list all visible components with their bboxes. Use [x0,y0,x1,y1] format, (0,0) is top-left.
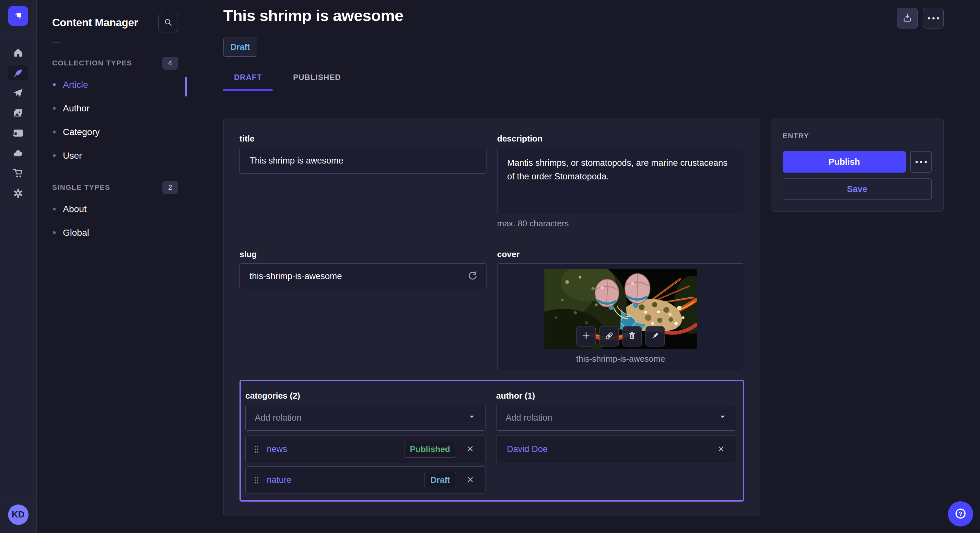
regenerate-slug-button[interactable] [466,270,479,283]
categories-add-relation-combobox[interactable]: Add relation [245,405,485,431]
title-label: title [240,134,487,144]
sidebar-item-global[interactable]: Global [52,221,178,244]
slug-field: slug [240,249,487,289]
edit-form-panel: title description Mantis shrimps, or sto… [223,119,760,516]
plus-icon [581,331,591,342]
cloud-icon[interactable] [8,146,28,160]
sidebar-item-about[interactable]: About [52,197,178,221]
cover-actions [576,326,665,346]
relation-link[interactable]: news [267,444,396,454]
main-content: This shrimp is awesome Draft DRAFT PUBLI… [188,0,980,533]
trash-icon [627,331,637,342]
search-button[interactable] [159,13,178,32]
download-button[interactable] [897,8,918,29]
remove-relation-button[interactable] [464,443,477,456]
add-asset-button[interactable] [576,326,596,346]
cover-label: cover [497,249,744,259]
remove-relation-button[interactable] [714,443,727,456]
content-manager-pen-icon[interactable] [8,65,28,80]
sidebar-item-author[interactable]: Author [52,97,178,120]
more-actions-button[interactable] [923,8,944,29]
tab-draft[interactable]: DRAFT [223,73,272,90]
svg-text:?: ? [959,510,962,517]
title-input[interactable] [240,148,487,174]
strapi-logo-icon [13,11,23,21]
pencil-icon [651,331,660,342]
edit-asset-button[interactable] [646,326,665,346]
cover-caption: this-shrimp-is-awesome [498,354,744,364]
entry-panel: ENTRY Publish Save [771,119,944,212]
rail-footer: KD [0,496,36,533]
chevron-down-icon [468,412,476,423]
description-textarea[interactable]: Mantis shrimps, or stomatopods, are mari… [497,148,744,214]
categories-placeholder: Add relation [255,413,301,423]
chevron-down-icon [719,412,727,423]
categories-relation-list: news Published nature Draft [245,436,485,494]
single-types-section: SINGLE TYPES 2 About Global [52,181,178,244]
collection-types-section: COLLECTION TYPES 4 Article Author Catego… [52,57,178,167]
refresh-icon [467,271,478,283]
cover-field: cover [497,249,744,370]
gear-icon[interactable] [8,186,28,201]
publish-button[interactable]: Publish [783,151,906,173]
sidebar-item-article[interactable]: Article [52,73,178,97]
content-manager-subnav: Content Manager COLLECTION TYPES 4 Artic… [37,0,187,533]
description-hint: max. 80 characters [497,219,744,228]
save-button[interactable]: Save [783,178,932,200]
delete-asset-button[interactable] [622,326,642,346]
description-field: description Mantis shrimps, or stomatopo… [497,134,744,228]
page-title: This shrimp is awesome [223,6,403,25]
author-placeholder: Add relation [506,413,552,423]
rail-icons [8,45,28,201]
draft-status-pill: Draft [425,472,456,488]
drag-handle-icon[interactable] [254,476,259,484]
relation-item-news[interactable]: news Published [245,436,485,463]
published-status-pill: Published [404,441,456,458]
drag-handle-icon[interactable] [254,446,259,453]
main-nav-rail: KD [0,0,37,533]
relation-link[interactable]: nature [267,475,417,485]
author-field: author (1) Add relation David Doe [496,391,736,494]
strapi-logo[interactable] [8,6,28,26]
brand-logo-area [0,0,36,37]
media-library-icon[interactable] [8,106,28,121]
link-icon [605,331,614,342]
categories-field: categories (2) Add relation news Publish… [245,391,485,494]
search-icon [163,17,173,28]
bullet-icon [53,130,56,133]
author-relation-list: David Doe [496,436,736,463]
relation-link[interactable]: David Doe [507,444,707,454]
close-icon [466,444,474,454]
relations-highlight-box: categories (2) Add relation news Publish… [240,380,744,501]
relation-item-nature[interactable]: nature Draft [245,466,485,494]
bullet-icon [53,208,56,211]
bullet-icon [53,107,56,110]
copy-link-button[interactable] [600,326,619,346]
remove-relation-button[interactable] [464,474,477,487]
author-add-relation-combobox[interactable]: Add relation [496,405,736,431]
collection-types-count: 4 [162,57,178,70]
tab-published[interactable]: PUBLISHED [282,73,352,90]
user-avatar[interactable]: KD [8,504,29,525]
cart-icon[interactable] [8,166,28,181]
entry-more-button[interactable] [910,151,932,173]
close-icon [717,444,725,454]
home-icon[interactable] [8,45,28,60]
sidebar-item-user[interactable]: User [52,144,178,167]
layout-card-icon[interactable] [8,125,28,141]
help-button[interactable]: ? [948,501,973,527]
single-types-count: 2 [162,181,178,194]
relation-item-david-doe[interactable]: David Doe [496,436,736,463]
paper-plane-icon[interactable] [8,86,28,100]
active-item-indicator [185,77,187,97]
slug-input[interactable] [240,263,487,289]
single-types-label: SINGLE TYPES [52,183,110,192]
categories-label: categories (2) [245,391,485,401]
download-icon [902,13,913,24]
sidebar-item-category[interactable]: Category [52,120,178,144]
slug-label: slug [240,249,487,259]
status-badge: Draft [223,38,257,57]
cover-box: this-shrimp-is-awesome [497,263,744,370]
subnav-title: Content Manager [52,16,138,29]
entry-panel-label: ENTRY [783,132,932,140]
